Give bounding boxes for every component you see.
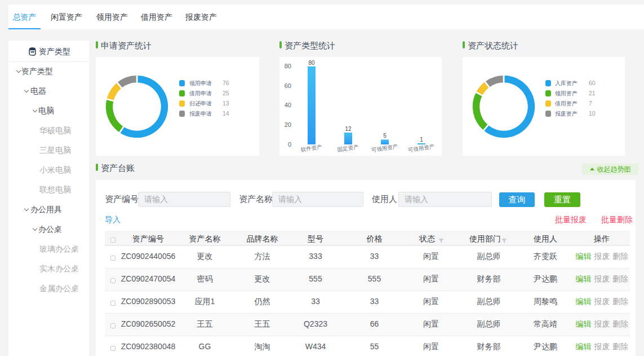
svg-text:80: 80 [308,60,315,66]
svg-text:可领用资产: 可领用资产 [370,143,398,153]
svg-text:可借用资产: 可借用资产 [407,143,435,153]
svg-text:0: 0 [288,141,291,148]
svg-text:固定资产: 固定资产 [337,143,359,152]
svg-text:5: 5 [383,133,387,139]
svg-text:80: 80 [285,63,291,69]
svg-text:1: 1 [420,137,423,143]
svg-text:20: 20 [285,121,291,128]
svg-text:40: 40 [285,102,291,108]
svg-text:12: 12 [345,126,352,132]
svg-text:60: 60 [285,82,291,89]
svg-text:软件资产: 软件资产 [300,143,322,152]
